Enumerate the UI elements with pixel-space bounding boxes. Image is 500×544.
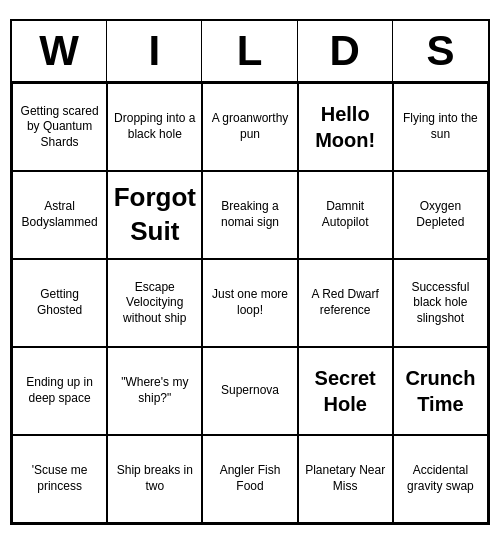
header-letter: I: [107, 21, 202, 81]
bingo-cell[interactable]: Breaking a nomai sign: [202, 171, 297, 259]
cell-text: Secret Hole: [303, 365, 388, 417]
cell-text: Forgot Suit: [112, 181, 197, 249]
header-letter: W: [12, 21, 107, 81]
bingo-cell[interactable]: Getting Ghosted: [12, 259, 107, 347]
cell-text: Angler Fish Food: [207, 463, 292, 494]
cell-text: Dropping into a black hole: [112, 111, 197, 142]
cell-text: Successful black hole slingshot: [398, 280, 483, 327]
bingo-cell[interactable]: Oxygen Depleted: [393, 171, 488, 259]
bingo-header: WILDS: [12, 21, 488, 83]
bingo-cell[interactable]: 'Scuse me princess: [12, 435, 107, 523]
cell-text: Getting scared by Quantum Shards: [17, 104, 102, 151]
cell-text: Oxygen Depleted: [398, 199, 483, 230]
bingo-cell[interactable]: Just one more loop!: [202, 259, 297, 347]
cell-text: A Red Dwarf reference: [303, 287, 388, 318]
cell-text: Hello Moon!: [303, 101, 388, 153]
cell-text: Crunch Time: [398, 365, 483, 417]
cell-text: "Where's my ship?": [112, 375, 197, 406]
bingo-cell[interactable]: Ending up in deep space: [12, 347, 107, 435]
cell-text: Ending up in deep space: [17, 375, 102, 406]
bingo-cell[interactable]: Hello Moon!: [298, 83, 393, 171]
cell-text: Astral Bodyslammed: [17, 199, 102, 230]
bingo-cell[interactable]: Successful black hole slingshot: [393, 259, 488, 347]
bingo-cell[interactable]: Crunch Time: [393, 347, 488, 435]
bingo-cell[interactable]: Flying into the sun: [393, 83, 488, 171]
bingo-cell[interactable]: Astral Bodyslammed: [12, 171, 107, 259]
bingo-cell[interactable]: Secret Hole: [298, 347, 393, 435]
cell-text: Getting Ghosted: [17, 287, 102, 318]
header-letter: D: [298, 21, 393, 81]
cell-text: Escape Velocitying without ship: [112, 280, 197, 327]
cell-text: A groanworthy pun: [207, 111, 292, 142]
bingo-cell[interactable]: Getting scared by Quantum Shards: [12, 83, 107, 171]
cell-text: Accidental gravity swap: [398, 463, 483, 494]
header-letter: S: [393, 21, 488, 81]
bingo-grid: Getting scared by Quantum ShardsDropping…: [12, 83, 488, 523]
bingo-cell[interactable]: A Red Dwarf reference: [298, 259, 393, 347]
header-letter: L: [202, 21, 297, 81]
bingo-cell[interactable]: Supernova: [202, 347, 297, 435]
cell-text: Flying into the sun: [398, 111, 483, 142]
cell-text: 'Scuse me princess: [17, 463, 102, 494]
cell-text: Breaking a nomai sign: [207, 199, 292, 230]
bingo-cell[interactable]: "Where's my ship?": [107, 347, 202, 435]
bingo-cell[interactable]: Dropping into a black hole: [107, 83, 202, 171]
cell-text: Ship breaks in two: [112, 463, 197, 494]
bingo-cell[interactable]: Angler Fish Food: [202, 435, 297, 523]
cell-text: Planetary Near Miss: [303, 463, 388, 494]
cell-text: Just one more loop!: [207, 287, 292, 318]
bingo-cell[interactable]: Damnit Autopilot: [298, 171, 393, 259]
cell-text: Damnit Autopilot: [303, 199, 388, 230]
bingo-cell[interactable]: Escape Velocitying without ship: [107, 259, 202, 347]
bingo-card: WILDS Getting scared by Quantum ShardsDr…: [10, 19, 490, 525]
bingo-cell[interactable]: Forgot Suit: [107, 171, 202, 259]
bingo-cell[interactable]: Accidental gravity swap: [393, 435, 488, 523]
bingo-cell[interactable]: A groanworthy pun: [202, 83, 297, 171]
bingo-cell[interactable]: Ship breaks in two: [107, 435, 202, 523]
bingo-cell[interactable]: Planetary Near Miss: [298, 435, 393, 523]
cell-text: Supernova: [207, 383, 292, 399]
